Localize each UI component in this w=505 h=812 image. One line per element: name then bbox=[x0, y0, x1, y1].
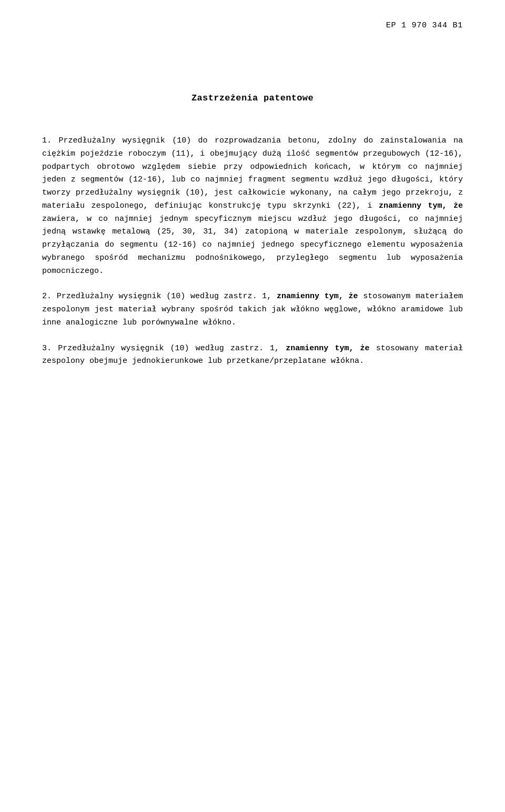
claim-number-3: 3. bbox=[42, 344, 58, 353]
document-header: EP 1 970 344 B1 bbox=[42, 21, 463, 30]
claim-text-3: 3. Przedłużalny wysięgnik (10) według za… bbox=[42, 342, 463, 369]
page: EP 1 970 344 B1 Zastrzeżenia patentowe 1… bbox=[0, 0, 505, 812]
claim-text-2: 2. Przedłużalny wysięgnik (10) według za… bbox=[42, 290, 463, 329]
claim-3: 3. Przedłużalny wysięgnik (10) według za… bbox=[42, 342, 463, 369]
section-title: Zastrzeżenia patentowe bbox=[42, 93, 463, 103]
claim-2-part-1: znamienny tym, że bbox=[277, 292, 358, 301]
claim-2: 2. Przedłużalny wysięgnik (10) według za… bbox=[42, 290, 463, 329]
claim-1-part-2: zawiera, w co najmniej jednym specyficzn… bbox=[42, 215, 463, 276]
claim-number-2: 2. bbox=[42, 292, 57, 301]
claim-1: 1. Przedłużalny wysięgnik (10) do rozpro… bbox=[42, 135, 463, 278]
claim-1-part-1: znamienny tym, że bbox=[379, 201, 463, 210]
claim-1-part-0: Przedłużalny wysięgnik (10) do rozprowad… bbox=[42, 136, 463, 210]
claim-3-part-0: Przedłużalny wysięgnik (10) według zastr… bbox=[58, 344, 286, 353]
claims-container: 1. Przedłużalny wysięgnik (10) do rozpro… bbox=[42, 135, 463, 368]
document-id: EP 1 970 344 B1 bbox=[386, 21, 463, 30]
claim-3-part-1: znamienny tym, że bbox=[286, 344, 369, 353]
claim-text-1: 1. Przedłużalny wysięgnik (10) do rozpro… bbox=[42, 135, 463, 278]
claim-number-1: 1. bbox=[42, 136, 58, 145]
claim-2-part-0: Przedłużalny wysięgnik (10) według zastr… bbox=[57, 292, 277, 301]
